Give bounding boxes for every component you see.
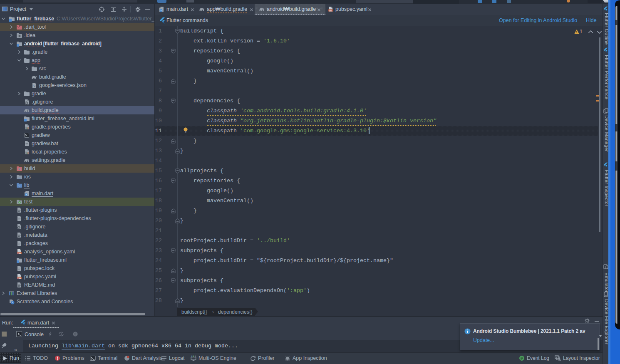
svg-text:YML: YML bbox=[17, 277, 22, 279]
svg-text:YML: YML bbox=[329, 10, 333, 12]
svg-text:{}: {} bbox=[33, 85, 36, 88]
svg-text:YML: YML bbox=[17, 252, 22, 254]
